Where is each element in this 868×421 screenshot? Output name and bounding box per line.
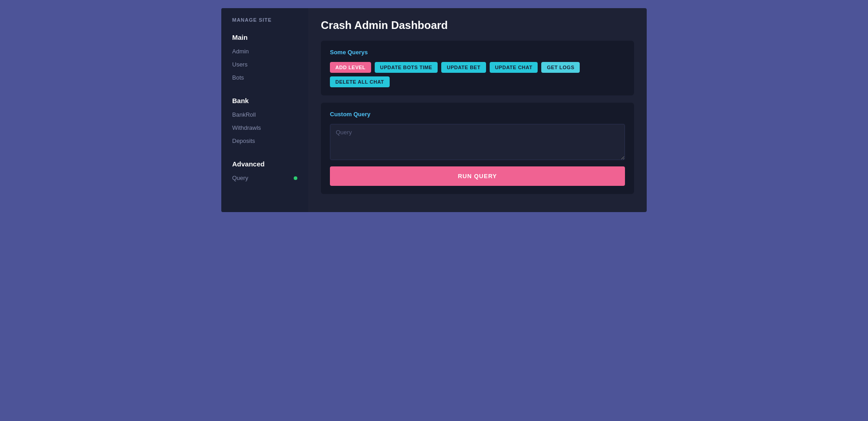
query-status-dot (294, 176, 297, 180)
sidebar-item-withdrawls[interactable]: Withdrawls (221, 121, 308, 134)
update-bots-time-button[interactable]: UPDATE BOTS TIME (375, 62, 438, 73)
update-chat-button[interactable]: UPDATE CHAT (490, 62, 538, 73)
sidebar-section-advanced: Advanced Query (221, 156, 308, 184)
run-query-button[interactable]: RUN Query (330, 166, 625, 186)
update-bet-button[interactable]: UPDATE BET (441, 62, 486, 73)
sidebar-item-deposits[interactable]: Deposits (221, 134, 308, 147)
sidebar-item-query[interactable]: Query (221, 171, 308, 184)
sidebar-section-bank: Bank BankRoll Withdrawls Deposits (221, 93, 308, 147)
sidebar-item-bots[interactable]: Bots (221, 71, 308, 84)
sidebar-item-bankroll-label: BankRoll (232, 111, 256, 118)
custom-query-panel: Custom Query RUN Query (321, 103, 634, 194)
sidebar-section-title-bank: Bank (221, 93, 308, 108)
sidebar-item-bots-label: Bots (232, 74, 244, 81)
manage-site-label: MANAGE SITE (221, 17, 308, 30)
sidebar-item-admin-label: Admin (232, 48, 249, 55)
sidebar-section-main: Main Admin Users Bots (221, 30, 308, 84)
app-container: MANAGE SITE Main Admin Users Bots Bank B… (221, 8, 647, 212)
get-logs-button[interactable]: GET LOGS (541, 62, 580, 73)
sidebar-item-admin[interactable]: Admin (221, 45, 308, 58)
sidebar-item-withdrawls-label: Withdrawls (232, 124, 261, 131)
queries-buttons: ADD Level UPDATE BOTS TIME UPDATE BET UP… (330, 62, 625, 87)
sidebar-item-query-label: Query (232, 175, 248, 181)
page-title: Crash Admin Dashboard (321, 19, 634, 32)
sidebar-item-bankroll[interactable]: BankRoll (221, 108, 308, 121)
sidebar-item-users-label: Users (232, 61, 248, 68)
custom-query-title: Custom Query (330, 111, 625, 118)
some-queries-panel: Some Querys ADD Level UPDATE BOTS TIME U… (321, 41, 634, 95)
sidebar-section-title-main: Main (221, 30, 308, 45)
delete-all-chat-button[interactable]: DELETE ALL CHAT (330, 76, 390, 87)
sidebar: MANAGE SITE Main Admin Users Bots Bank B… (221, 8, 308, 212)
sidebar-item-deposits-label: Deposits (232, 137, 255, 144)
some-queries-title: Some Querys (330, 49, 625, 56)
sidebar-item-users[interactable]: Users (221, 58, 308, 71)
sidebar-section-title-advanced: Advanced (221, 156, 308, 171)
main-content: Crash Admin Dashboard Some Querys ADD Le… (308, 8, 647, 212)
add-level-button[interactable]: ADD Level (330, 62, 371, 73)
query-textarea[interactable] (330, 124, 625, 160)
